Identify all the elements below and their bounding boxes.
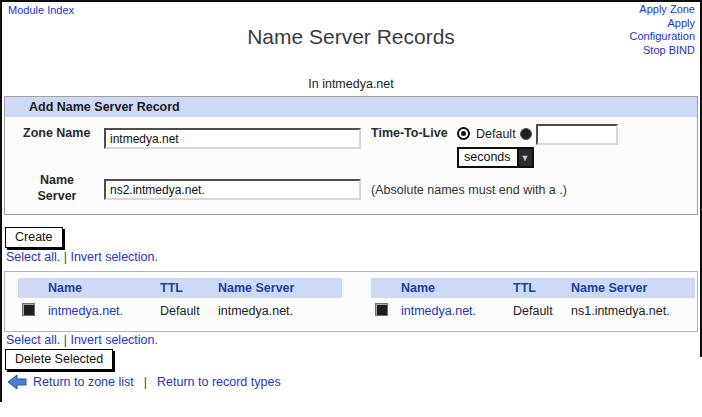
records-table-right: Name TTL Name Server intmedya.net. Defau… [371,278,695,324]
back-arrow-icon [8,374,27,390]
table-row: intmedya.net. Default ns1.intmedya.net. [371,298,695,324]
page-title: Name Server Records [0,25,702,49]
return-separator: | [144,375,147,389]
return-record-types-link[interactable]: Return to record types [157,375,281,389]
chevron-down-icon: ▼ [517,149,532,166]
record-server: intmedya.net. [214,298,342,324]
select-all-link[interactable]: Select all. [6,250,60,264]
ttl-default-label: Default [476,127,516,141]
apply-zone-link[interactable]: Apply Zone [603,3,695,17]
select-all-link[interactable]: Select all. [6,333,60,347]
record-ttl: Default [156,298,214,324]
invert-selection-link[interactable]: Invert selection. [70,250,158,264]
form-legend: Add Name Server Record [5,97,697,117]
record-checkbox[interactable] [22,303,35,316]
record-ttl: Default [509,298,567,324]
record-name-link[interactable]: intmedya.net. [48,304,123,318]
selection-links-bottom: Select all. | Invert selection. [6,333,158,347]
zone-subtitle: In intmedya.net [0,77,702,91]
window-border-left [0,0,2,402]
add-record-form: Add Name Server Record Zone Name Time-To… [4,96,698,215]
ttl-custom-radio[interactable] [520,128,532,140]
name-server-label: Name Server [25,172,89,204]
record-server: ns1.intmedya.net. [567,298,695,324]
ttl-unit-value: seconds [459,149,517,166]
create-button[interactable]: Create [5,227,63,248]
delete-selected-button[interactable]: Delete Selected [5,349,113,370]
zone-name-input[interactable] [104,128,361,149]
records-tables-container: Name TTL Name Server intmedya.net. Defau… [4,271,698,332]
table-row: intmedya.net. Default intmedya.net. [18,298,342,324]
zone-name-label: Zone Name [23,126,90,140]
ttl-default-radio[interactable] [457,127,470,140]
name-server-hint: (Absolute names must end with a .) [371,183,567,197]
selection-links-top: Select all. | Invert selection. [6,250,158,264]
ttl-value-input[interactable] [536,124,618,145]
name-server-input[interactable] [104,179,361,200]
return-links-row: Return to zone list | Return to record t… [8,374,287,390]
ttl-label: Time-To-Live [371,126,448,140]
records-table-left: Name TTL Name Server intmedya.net. Defau… [18,278,342,324]
invert-selection-link[interactable]: Invert selection. [70,333,158,347]
table-header-row: Name TTL Name Server [371,278,695,298]
module-index-link[interactable]: Module Index [8,4,74,16]
return-zone-list-link[interactable]: Return to zone list [33,375,134,389]
record-name-link[interactable]: intmedya.net. [401,304,476,318]
table-header-row: Name TTL Name Server [18,278,342,298]
record-checkbox[interactable] [375,303,388,316]
window-border-top [0,0,702,2]
ttl-unit-select[interactable]: seconds ▼ [457,147,534,168]
